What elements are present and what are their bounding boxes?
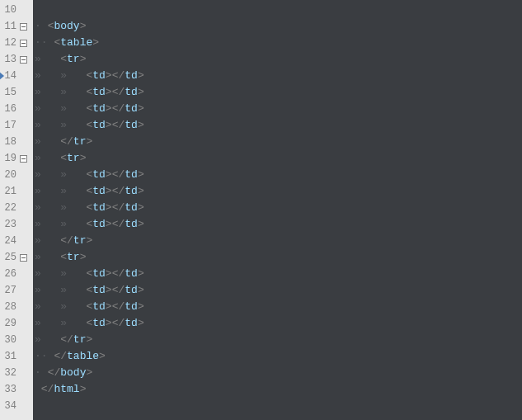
- gutter-row[interactable]: 18: [0, 134, 33, 150]
- code-line[interactable]: [35, 2, 522, 18]
- code-line[interactable]: » » <td></td>: [35, 167, 522, 183]
- fold-toggle-icon: [19, 319, 27, 328]
- gutter-row[interactable]: 15: [0, 84, 33, 101]
- whitespace-marker: »: [60, 267, 67, 280]
- gutter-row[interactable]: 26: [0, 266, 33, 282]
- bracket: >: [86, 234, 92, 247]
- whitespace-marker: »: [35, 267, 41, 280]
- code-line[interactable]: » <tr>: [35, 249, 522, 266]
- fold-toggle-icon: [19, 402, 27, 410]
- code-line[interactable]: · </body>: [35, 365, 522, 381]
- fold-toggle-icon[interactable]: [19, 55, 27, 64]
- gutter: 1011121314151617181920212223242526272829…: [0, 0, 33, 420]
- whitespace-marker: »: [35, 53, 41, 65]
- bracket: ></: [106, 267, 125, 280]
- tag-name: td: [92, 168, 106, 181]
- code-line[interactable]: » » <td></td>: [35, 84, 522, 101]
- code-area[interactable]: · <body>·· <table>» <tr>» » <td></td>» »…: [33, 0, 522, 420]
- line-number: 22: [0, 200, 18, 216]
- gutter-row[interactable]: 20: [0, 167, 33, 183]
- code-line[interactable]: [35, 398, 522, 414]
- code-line[interactable]: ·· <table>: [35, 35, 522, 51]
- gutter-row[interactable]: 27: [0, 282, 33, 299]
- code-line[interactable]: » » <td></td>: [35, 183, 522, 200]
- tag-name: td: [125, 218, 138, 230]
- gutter-row[interactable]: 32: [0, 365, 33, 381]
- tag-name: tr: [73, 234, 87, 247]
- gutter-row[interactable]: 13: [0, 51, 33, 68]
- gutter-row[interactable]: 11: [0, 18, 33, 35]
- whitespace-marker: »: [60, 86, 67, 98]
- bracket: >: [138, 218, 144, 230]
- whitespace-marker: »: [35, 86, 41, 98]
- whitespace-marker: »: [35, 168, 41, 181]
- text: [41, 152, 60, 164]
- tag-name: tr: [67, 152, 80, 164]
- tag-name: table: [60, 36, 92, 49]
- code-line[interactable]: » » <td></td>: [35, 101, 522, 117]
- whitespace-marker: »: [35, 234, 41, 247]
- gutter-row[interactable]: 17: [0, 117, 33, 134]
- tag-name: td: [125, 185, 138, 197]
- text: [67, 267, 86, 280]
- fold-toggle-icon[interactable]: [19, 253, 27, 262]
- fold-toggle-icon: [19, 72, 27, 80]
- code-line[interactable]: · <body>: [35, 18, 522, 35]
- code-line[interactable]: » </tr>: [35, 233, 522, 249]
- text: [41, 366, 48, 379]
- gutter-row[interactable]: 10: [0, 2, 33, 18]
- gutter-row[interactable]: 14: [0, 68, 33, 84]
- gutter-row[interactable]: 29: [0, 315, 33, 332]
- whitespace-marker: »: [35, 201, 41, 214]
- code-line[interactable]: » » <td></td>: [35, 216, 522, 233]
- gutter-row[interactable]: 28: [0, 299, 33, 315]
- bracket: ></: [106, 119, 125, 131]
- code-line[interactable]: » » <td></td>: [35, 68, 522, 84]
- line-number: 21: [0, 183, 18, 200]
- code-line[interactable]: ·· </table>: [35, 348, 522, 365]
- code-editor[interactable]: 1011121314151617181920212223242526272829…: [0, 0, 522, 420]
- text: [41, 234, 60, 247]
- gutter-row[interactable]: 30: [0, 332, 33, 348]
- bracket: <: [60, 251, 67, 263]
- bracket: >: [138, 69, 144, 82]
- text: [67, 300, 86, 313]
- code-line[interactable]: » » <td></td>: [35, 117, 522, 134]
- gutter-row[interactable]: 34: [0, 398, 33, 414]
- tag-name: td: [92, 86, 106, 98]
- gutter-row[interactable]: 25: [0, 249, 33, 266]
- bookmark-icon[interactable]: [0, 72, 4, 80]
- gutter-row[interactable]: 33: [0, 381, 33, 398]
- line-number: 32: [0, 365, 18, 381]
- gutter-row[interactable]: 21: [0, 183, 33, 200]
- text: [41, 251, 60, 263]
- fold-toggle-icon: [19, 369, 27, 377]
- code-line[interactable]: » <tr>: [35, 150, 522, 167]
- gutter-row[interactable]: 31: [0, 348, 33, 365]
- line-number: 29: [0, 315, 18, 332]
- code-line[interactable]: » » <td></td>: [35, 266, 522, 282]
- gutter-row[interactable]: 22: [0, 200, 33, 216]
- gutter-row[interactable]: 12: [0, 35, 33, 51]
- gutter-row[interactable]: 23: [0, 216, 33, 233]
- fold-toggle-icon[interactable]: [19, 154, 27, 163]
- code-line[interactable]: » » <td></td>: [35, 282, 522, 299]
- line-number: 23: [0, 216, 18, 233]
- gutter-row[interactable]: 24: [0, 233, 33, 249]
- code-line[interactable]: » » <td></td>: [35, 315, 522, 332]
- code-line[interactable]: </html>: [35, 381, 522, 398]
- bracket: >: [138, 102, 144, 115]
- text: [67, 317, 86, 329]
- code-line[interactable]: » </tr>: [35, 332, 522, 348]
- code-line[interactable]: » » <td></td>: [35, 200, 522, 216]
- bracket: >: [138, 267, 144, 280]
- code-line[interactable]: » » <td></td>: [35, 299, 522, 315]
- code-line[interactable]: » </tr>: [35, 134, 522, 150]
- gutter-row[interactable]: 16: [0, 101, 33, 117]
- line-number: 33: [0, 381, 18, 398]
- code-line[interactable]: » <tr>: [35, 51, 522, 68]
- fold-toggle-icon[interactable]: [19, 22, 27, 31]
- fold-toggle-icon[interactable]: [19, 39, 27, 47]
- fold-toggle-icon: [19, 336, 27, 344]
- gutter-row[interactable]: 19: [0, 150, 33, 167]
